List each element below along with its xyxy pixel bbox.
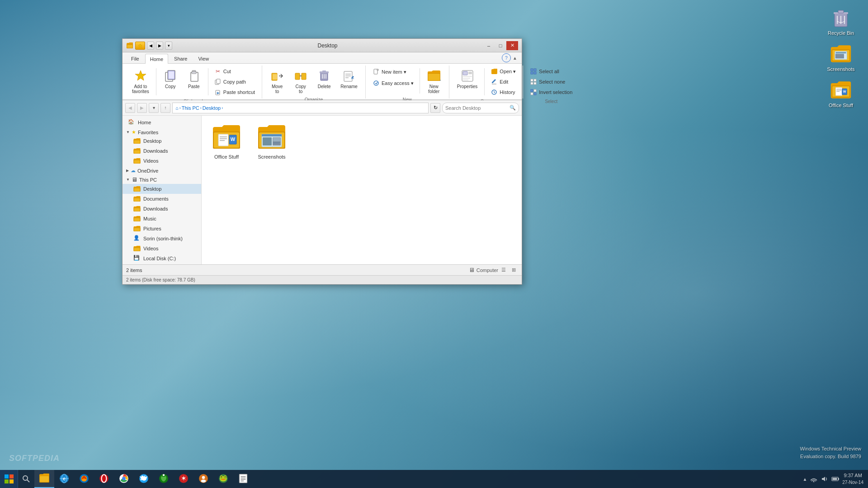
tab-file[interactable]: File [126, 53, 144, 63]
address-bar[interactable]: ⌂ › This PC › Desktop › [172, 103, 429, 113]
copy-path-button[interactable]: Copy path [211, 77, 258, 87]
cut-button[interactable]: ✂ Cut [211, 66, 258, 76]
nav-forward-button[interactable]: ▶ [137, 103, 147, 113]
sidebar-this-pc-header[interactable]: ▼ 🖥 This PC [123, 174, 201, 184]
ribbon-group-organize: Moveto Copyto [262, 66, 366, 99]
desktop-icon-screenshots[interactable]: Screenshots [823, 43, 859, 72]
taskbar-chrome[interactable] [114, 470, 134, 488]
breadcrumb-home[interactable]: ⌂ [175, 105, 179, 111]
select-group-label: Select [545, 98, 557, 104]
easy-access-button[interactable]: Easy access ▾ [369, 78, 417, 89]
close-button[interactable]: ✕ [506, 41, 518, 50]
maximize-button[interactable]: □ [495, 41, 506, 50]
new-folder-icon: + [427, 69, 441, 83]
select-all-button[interactable]: Select all [527, 66, 576, 76]
svg-rect-77 [134, 140, 140, 143]
select-none-button[interactable]: Select none [527, 77, 576, 87]
svg-text:✶: ✶ [181, 475, 186, 482]
sidebar-item-downloads[interactable]: Downloads [123, 146, 201, 156]
delete-label: Delete [318, 84, 331, 89]
taskbar-twitter[interactable] [134, 470, 154, 488]
sidebar-item-desktop[interactable]: Desktop [123, 136, 201, 146]
search-input[interactable] [445, 105, 508, 111]
minimize-button[interactable]: – [483, 41, 495, 50]
back-button[interactable]: ◀ [147, 42, 154, 50]
move-to-button[interactable]: Moveto [266, 66, 288, 95]
sidebar-item-downloads-pc[interactable]: Downloads [123, 204, 201, 214]
svg-rect-39 [322, 70, 326, 72]
sidebar-item-sorin[interactable]: 👤 Sorin (sorin-think) [123, 234, 201, 244]
nav-down-button[interactable]: ▾ [149, 103, 159, 113]
tab-home[interactable]: Home [145, 54, 168, 64]
taskbar-xbox[interactable] [154, 470, 174, 488]
down-arrow-button[interactable]: ▾ [165, 42, 172, 50]
svg-rect-85 [134, 198, 140, 201]
screenshots-icon [830, 43, 852, 65]
start-button[interactable] [0, 470, 18, 488]
sidebar-item-local-disk[interactable]: 💾 Local Disk (C:) [123, 253, 201, 263]
taskbar-app9[interactable]: 🐸 [213, 470, 233, 488]
svg-rect-72 [531, 89, 533, 92]
tray-volume-icon[interactable] [821, 475, 829, 483]
invert-selection-button[interactable]: Invert selection [527, 87, 576, 97]
copy-to-button[interactable]: Copyto [289, 66, 312, 95]
taskbar-app7[interactable]: ✶ [174, 470, 193, 488]
taskbar-app8[interactable] [193, 470, 213, 488]
ribbon-help-button[interactable]: ? [502, 53, 511, 62]
sidebar-item-home[interactable]: 🏠 Home [123, 117, 201, 127]
sidebar-onedrive-header[interactable]: ▶ ☁ OneDrive [123, 166, 201, 174]
file-item-screenshots[interactable]: Screenshots [251, 120, 292, 163]
system-clock[interactable]: 9:37 AM 27-Nov-14 [842, 472, 863, 485]
properties-button[interactable]: Properties [453, 66, 482, 90]
file-item-office-stuff[interactable]: W Office Stuff [206, 120, 247, 163]
delete-button[interactable]: Delete [313, 66, 335, 90]
tray-network-icon[interactable] [810, 475, 818, 483]
search-box[interactable]: 🔍 [442, 103, 519, 113]
nav-back-button[interactable]: ◀ [125, 103, 135, 113]
tab-share[interactable]: Share [169, 53, 192, 63]
sidebar-favorites-header[interactable]: ▼ ★ Favorites [123, 127, 201, 136]
sidebar-item-desktop-pc[interactable]: Desktop [123, 184, 201, 194]
taskbar-opera[interactable] [94, 470, 114, 488]
sidebar-item-videos[interactable]: Videos [123, 156, 201, 166]
new-item-button[interactable]: New item ▾ [369, 66, 417, 77]
copy-button[interactable]: Copy [159, 66, 182, 90]
tray-battery-icon[interactable] [831, 475, 840, 483]
home-icon: 🏠 [128, 119, 135, 126]
nav-up-button[interactable]: ↑ [160, 103, 170, 113]
taskbar-notepad[interactable] [233, 470, 253, 488]
tray-expand-icon[interactable]: ▲ [802, 477, 807, 482]
breadcrumb-this-pc[interactable]: This PC [182, 105, 199, 111]
taskbar-ie[interactable]: e [54, 470, 74, 488]
quick-access-button[interactable] [135, 42, 145, 50]
tab-view[interactable]: View [193, 53, 214, 63]
forward-button[interactable]: ▶ [156, 42, 163, 50]
notepad-taskbar-icon [238, 473, 249, 484]
refresh-button[interactable]: ↻ [430, 103, 440, 113]
svg-point-51 [374, 81, 378, 85]
ribbon-collapse-button[interactable]: ▲ [512, 55, 518, 61]
edit-button[interactable]: Edit [487, 77, 519, 87]
taskbar-firefox[interactable] [74, 470, 94, 488]
paste-shortcut-button[interactable]: Paste shortcut [211, 87, 258, 97]
sidebar-item-documents[interactable]: Documents [123, 194, 201, 204]
taskbar-file-explorer[interactable] [34, 470, 54, 488]
svg-rect-111 [5, 474, 9, 479]
rename-button[interactable]: Rename [336, 66, 362, 90]
add-to-favorites-button[interactable]: Add tofavorites [128, 66, 153, 95]
desktop-icon-office-stuff[interactable]: W Office Stuff [823, 79, 859, 108]
sidebar-item-pictures[interactable]: Pictures [123, 224, 201, 234]
desktop-icon-recycle-bin[interactable]: Recycle Bin [823, 7, 859, 36]
taskbar-search-button[interactable] [18, 470, 34, 488]
paste-button[interactable]: Paste [183, 66, 205, 90]
sidebar-item-videos-pc[interactable]: Videos [123, 244, 201, 253]
sidebar-item-music[interactable]: Music [123, 214, 201, 224]
breadcrumb-desktop[interactable]: Desktop [203, 105, 221, 111]
history-button[interactable]: History [487, 87, 519, 97]
svg-rect-79 [134, 150, 140, 153]
view-list-button[interactable]: ☰ [499, 267, 508, 274]
svg-rect-113 [5, 479, 9, 483]
new-folder-button[interactable]: + Newfolder [423, 66, 445, 95]
open-btn[interactable]: Open ▾ [487, 66, 519, 76]
view-details-button[interactable]: ⊞ [509, 267, 518, 274]
